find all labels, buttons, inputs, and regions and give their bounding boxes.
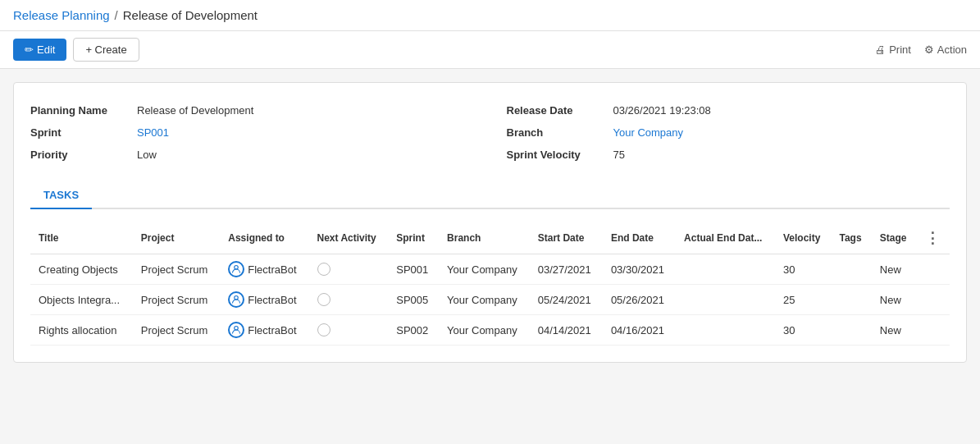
col-title: Title	[30, 222, 133, 254]
left-fields: Planning Name Release of Development Spr…	[30, 99, 474, 166]
record-card: Planning Name Release of Development Spr…	[13, 82, 967, 363]
cell-start-date: 05/24/2021	[530, 285, 603, 315]
cell-title: Creating Objects	[30, 254, 133, 285]
cell-branch: Your Company	[439, 285, 530, 315]
action-label: Action	[937, 43, 967, 56]
sprint-velocity-label: Sprint Velocity	[507, 149, 613, 161]
col-next-activity: Next Activity	[309, 222, 389, 254]
cell-start-date: 04/14/2021	[530, 315, 603, 346]
activity-icon	[317, 293, 330, 306]
priority-value: Low	[137, 149, 157, 161]
gear-icon: ⚙	[924, 43, 934, 56]
assigned-cell: FlectraBot	[228, 261, 300, 277]
cell-assigned-to: FlectraBot	[220, 315, 308, 346]
table-row: Rights allocationProject Scrum FlectraBo…	[30, 315, 950, 346]
cell-velocity: 25	[775, 285, 832, 315]
cell-sprint: SP001	[388, 254, 439, 285]
sprint-value[interactable]: SP001	[137, 126, 169, 139]
cell-branch: Your Company	[439, 315, 530, 346]
cell-velocity: 30	[775, 315, 832, 346]
col-options: ⋮	[917, 222, 950, 254]
release-date-value: 03/26/2021 19:23:08	[613, 104, 711, 117]
field-branch: Branch Your Company	[507, 121, 950, 144]
field-planning-name: Planning Name Release of Development	[30, 99, 474, 121]
activity-icon	[317, 323, 330, 336]
cell-project: Project Scrum	[133, 315, 221, 346]
create-button[interactable]: + Create	[73, 38, 139, 62]
cell-end-date: 05/26/2021	[603, 285, 676, 315]
avatar-icon	[228, 322, 244, 338]
assigned-name: FlectraBot	[248, 263, 296, 276]
assigned-name: FlectraBot	[248, 294, 296, 306]
field-sprint: Sprint SP001	[30, 121, 474, 144]
fields-grid: Planning Name Release of Development Spr…	[30, 99, 950, 166]
cell-assigned-to: FlectraBot	[220, 285, 308, 315]
activity-icon	[317, 263, 330, 276]
release-date-label: Release Date	[507, 104, 613, 117]
cell-actual-end-date	[676, 254, 775, 285]
toolbar-right: 🖨 Print ⚙ Action	[875, 43, 967, 56]
cell-sprint: SP005	[388, 285, 439, 315]
assigned-name: FlectraBot	[248, 324, 296, 336]
svg-point-1	[235, 296, 239, 300]
edit-button[interactable]: ✏ Edit	[13, 39, 66, 61]
col-sprint: Sprint	[388, 222, 439, 254]
col-tags: Tags	[831, 222, 871, 254]
print-button[interactable]: 🖨 Print	[875, 43, 911, 56]
top-bar: Release Planning / Release of Developmen…	[0, 0, 980, 31]
toolbar: ✏ Edit + Create 🖨 Print ⚙ Action	[0, 31, 980, 69]
tasks-table: Title Project Assigned to Next Activity …	[30, 222, 950, 346]
cell-title: Rights allocation	[30, 315, 133, 346]
cell-tags	[831, 285, 871, 315]
cell-actual-end-date	[676, 285, 775, 315]
breadcrumb-link[interactable]: Release Planning	[13, 8, 110, 22]
cell-row-options	[917, 285, 950, 315]
sprint-velocity-value: 75	[613, 149, 625, 161]
col-actual-end-date: Actual End Dat...	[676, 222, 775, 254]
assigned-cell: FlectraBot	[228, 322, 300, 338]
field-sprint-velocity: Sprint Velocity 75	[507, 144, 950, 166]
cell-assigned-to: FlectraBot	[220, 254, 308, 285]
tab-tasks[interactable]: TASKS	[30, 182, 92, 209]
avatar-icon	[228, 291, 244, 308]
column-options-icon[interactable]: ⋮	[925, 230, 940, 246]
avatar-icon	[228, 261, 244, 277]
planning-name-value: Release of Development	[137, 104, 253, 117]
col-velocity: Velocity	[775, 222, 832, 254]
cell-row-options	[917, 254, 950, 285]
cell-project: Project Scrum	[133, 285, 221, 315]
planning-name-label: Planning Name	[30, 104, 137, 117]
svg-point-2	[235, 327, 239, 331]
cell-next-activity	[309, 254, 389, 285]
col-stage: Stage	[872, 222, 917, 254]
cell-row-options	[917, 315, 950, 346]
print-label: Print	[889, 43, 911, 56]
breadcrumb-current: Release of Development	[123, 8, 258, 22]
field-priority: Priority Low	[30, 144, 474, 166]
edit-label: Edit	[37, 43, 55, 56]
cell-branch: Your Company	[439, 254, 530, 285]
field-release-date: Release Date 03/26/2021 19:23:08	[507, 99, 950, 121]
branch-value[interactable]: Your Company	[613, 126, 684, 139]
printer-icon: 🖨	[875, 43, 886, 56]
col-assigned-to: Assigned to	[220, 222, 308, 254]
action-button[interactable]: ⚙ Action	[924, 43, 967, 56]
tabs: TASKS	[30, 182, 950, 209]
col-branch: Branch	[439, 222, 530, 254]
cell-tags	[831, 254, 871, 285]
cell-sprint: SP002	[388, 315, 439, 346]
priority-label: Priority	[30, 149, 137, 161]
table-row: Creating ObjectsProject Scrum FlectraBot…	[30, 254, 950, 285]
cell-tags	[831, 315, 871, 346]
main-content: Planning Name Release of Development Spr…	[0, 69, 980, 376]
cell-stage: New	[872, 315, 917, 346]
cell-end-date: 04/16/2021	[603, 315, 676, 346]
right-fields: Release Date 03/26/2021 19:23:08 Branch …	[507, 99, 950, 166]
cell-actual-end-date	[676, 315, 775, 346]
cell-stage: New	[872, 285, 917, 315]
svg-point-0	[235, 266, 239, 270]
cell-end-date: 03/30/2021	[603, 254, 676, 285]
edit-icon: ✏	[25, 43, 34, 56]
sprint-label: Sprint	[30, 126, 137, 139]
breadcrumb: Release Planning / Release of Developmen…	[13, 8, 258, 22]
